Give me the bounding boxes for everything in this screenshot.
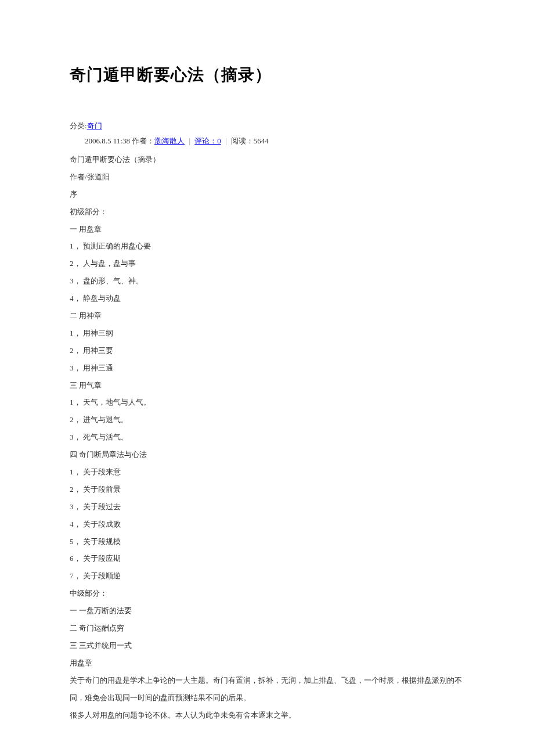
- body-line: 三 用气章: [70, 377, 464, 394]
- body-line: 一 用盘章: [70, 221, 464, 238]
- body-line: 4， 关于段成败: [70, 516, 464, 533]
- body-line: 中级部分：: [70, 585, 464, 602]
- body-line: 1， 预测正确的用盘心要: [70, 237, 464, 255]
- category-label: 分类:: [70, 121, 87, 130]
- meta-sep-2: |: [223, 136, 229, 145]
- meta-author-label: 作者：: [132, 136, 154, 145]
- author-link[interactable]: 渤海散人: [154, 136, 185, 145]
- meta-sep-1: |: [186, 136, 193, 145]
- body-line: 5， 关于段规模: [70, 533, 464, 550]
- body-line: 四 奇门断局章法与心法: [70, 446, 464, 463]
- body-line: 7， 关于段顺逆: [70, 567, 464, 585]
- body-line: 序: [70, 186, 464, 203]
- body-line: 很多人对用盘的问题争论不休。本人认为此争未免有舍本逐末之举。: [70, 707, 464, 724]
- body-line: 1， 关于段来意: [70, 463, 464, 481]
- body-line: 2， 进气与退气。: [70, 411, 464, 429]
- body-line: 初级部分：: [70, 203, 464, 221]
- body-line: 2， 用神三要: [70, 342, 464, 359]
- page-title: 奇门遁甲断要心法（摘录）: [70, 64, 464, 86]
- body-line: 作者/张道阳: [70, 168, 464, 186]
- category-link[interactable]: 奇门: [87, 121, 102, 130]
- body-line: 2， 人与盘，盘与事: [70, 255, 464, 272]
- body-line: 一 一盘万断的法要: [70, 602, 464, 620]
- body-line: 关于奇门的用盘是学术上争论的一大主题。奇门有置润，拆补，无润，加上排盘、飞盘，一…: [70, 672, 464, 707]
- body-line: 奇门遁甲断要心法（摘录）: [70, 151, 464, 168]
- comments-link[interactable]: 评论：0: [194, 136, 221, 145]
- body-line: 1， 天气，地气与人气。: [70, 394, 464, 411]
- body-line: 1， 用神三纲: [70, 325, 464, 342]
- meta-line: 2006.8.5 11:38 作者：渤海散人 | 评论：0 | 阅读：5644: [70, 136, 464, 146]
- category-line: 分类:奇门: [70, 121, 464, 131]
- body-line: 4， 静盘与动盘: [70, 290, 464, 307]
- meta-reads: 阅读：5644: [231, 136, 269, 145]
- body-line: 3， 盘的形、气、神。: [70, 272, 464, 290]
- document-page: 奇门遁甲断要心法（摘录） 分类:奇门 2006.8.5 11:38 作者：渤海散…: [0, 0, 534, 756]
- body-line: 3， 用神三通: [70, 359, 464, 377]
- body-line: 6， 关于段应期: [70, 550, 464, 567]
- body-line: 3， 关于段过去: [70, 498, 464, 516]
- body-line: 三 三式并统用一式: [70, 637, 464, 654]
- meta-timestamp: 2006.8.5 11:38: [85, 136, 130, 145]
- body-line: 用盘章: [70, 654, 464, 672]
- body-line: 3， 死气与活气。: [70, 429, 464, 446]
- body-line: 二 奇门运酬点穷: [70, 620, 464, 637]
- body-line: 2， 关于段前景: [70, 481, 464, 498]
- body-line: 二 用神章: [70, 307, 464, 325]
